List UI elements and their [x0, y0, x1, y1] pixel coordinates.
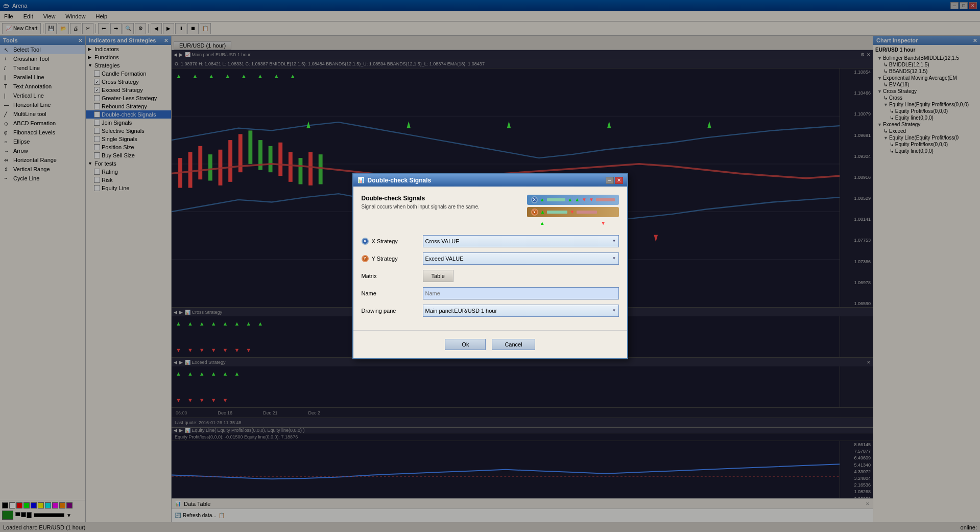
modal-close-btn[interactable]: ✕ — [615, 177, 623, 184]
x-strategy-control: Cross VALUE ▼ — [423, 235, 619, 247]
signal-heading: Double-check Signals — [362, 195, 480, 202]
modal-footer: Ok Cancel — [353, 330, 627, 358]
matrix-label: Matrix — [362, 273, 423, 279]
signal-dot-x: X — [531, 196, 538, 203]
signal-header: Double-check Signals Signal occurs when … — [362, 195, 619, 227]
table-button[interactable]: Table — [423, 270, 453, 282]
arrow-green-4: ▲ — [540, 209, 545, 215]
signal-desc: Signal occurs when both input signals ar… — [362, 204, 480, 210]
modal-overlay: 📊 Double-check Signals ─ ✕ Double-check … — [0, 0, 980, 532]
result-arrows: ▲ ▼ — [527, 219, 619, 227]
drawing-pane-dropdown[interactable]: Main panel:EUR/USD 1 hour ▼ — [423, 305, 619, 317]
signal-dot-y: Y — [531, 209, 538, 216]
drawing-pane-label: Drawing pane — [362, 308, 423, 314]
modal-titlebar: 📊 Double-check Signals ─ ✕ — [353, 174, 627, 187]
arrow-red-3: ▼ — [569, 209, 575, 215]
y-dropdown-arrow: ▼ — [612, 256, 616, 261]
signal-description: Double-check Signals Signal occurs when … — [362, 195, 480, 210]
double-check-modal: 📊 Double-check Signals ─ ✕ Double-check … — [352, 173, 628, 359]
name-label: Name — [362, 290, 423, 296]
x-strategy-label: X Strategy — [372, 238, 398, 244]
signal-bar-red-2 — [577, 211, 597, 214]
name-input[interactable] — [423, 287, 619, 299]
x-dropdown-arrow: ▼ — [612, 239, 616, 243]
y-strategy-control: Exceed VALUE ▼ — [423, 252, 619, 265]
y-strategy-label: Y Strategy — [372, 256, 398, 262]
modal-title: Double-check Signals — [368, 177, 432, 184]
x-strategy-row: X X Strategy Cross VALUE ▼ — [362, 235, 619, 247]
result-arrow-red: ▼ — [601, 220, 606, 226]
modal-minimize-btn[interactable]: ─ — [606, 177, 614, 184]
signal-bar-green-2 — [547, 211, 567, 214]
modal-icon: 📊 — [357, 177, 365, 183]
signal-preview: X ▲ ▲ ▲ ▼ ▼ Y ▲ ▼ — [527, 195, 619, 227]
cancel-button[interactable]: Cancel — [492, 339, 535, 350]
signal-row-1: X ▲ ▲ ▲ ▼ ▼ — [527, 195, 619, 205]
arrow-red-1: ▼ — [582, 197, 587, 202]
matrix-row: Matrix Table — [362, 270, 619, 282]
x-dot: X — [362, 238, 369, 245]
arrow-green-1: ▲ — [540, 197, 545, 202]
ok-button[interactable]: Ok — [445, 339, 486, 350]
signal-bar-red-1 — [596, 198, 615, 201]
drawing-pane-control: Main panel:EUR/USD 1 hour ▼ — [423, 305, 619, 317]
result-arrow-green: ▲ — [540, 220, 545, 226]
signal-row-2: Y ▲ ▼ — [527, 207, 619, 217]
y-dot: Y — [362, 255, 369, 262]
y-strategy-value: Exceed VALUE — [425, 256, 464, 262]
arrow-red-2: ▼ — [589, 197, 594, 202]
name-row: Name — [362, 287, 619, 299]
y-strategy-dropdown[interactable]: Exceed VALUE ▼ — [423, 252, 619, 265]
y-strategy-row: Y Y Strategy Exceed VALUE ▼ — [362, 252, 619, 265]
drawing-pane-arrow: ▼ — [612, 308, 616, 313]
drawing-pane-row: Drawing pane Main panel:EUR/USD 1 hour ▼ — [362, 305, 619, 317]
x-strategy-value: Cross VALUE — [425, 238, 460, 244]
arrow-green-3: ▲ — [575, 197, 580, 202]
arrow-green-2: ▲ — [567, 197, 572, 202]
y-strategy-label-container: Y Y Strategy — [362, 255, 423, 262]
modal-controls: ─ ✕ — [606, 177, 623, 184]
x-strategy-label-container: X X Strategy — [362, 238, 423, 245]
drawing-pane-value: Main panel:EUR/USD 1 hour — [425, 308, 497, 314]
modal-body: Double-check Signals Signal occurs when … — [353, 187, 627, 330]
x-strategy-dropdown[interactable]: Cross VALUE ▼ — [423, 235, 619, 247]
signal-bar-green-1 — [547, 198, 566, 201]
